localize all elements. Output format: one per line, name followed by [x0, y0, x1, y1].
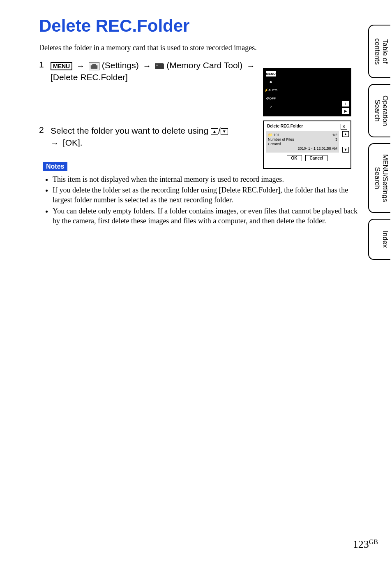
page-number: 123GB [353, 538, 378, 551]
cancel-button: Cancel [305, 155, 328, 161]
arrow-right-icon: → [76, 60, 85, 72]
step-1-text: MENU → (Settings) → (Memory Card Tool) →… [51, 60, 261, 83]
step-2-text: Select the folder you want to delete usi… [51, 125, 261, 148]
tab-table-of-contents[interactable]: Table of contents [368, 25, 390, 78]
svg-rect-0 [91, 65, 98, 68]
arrow-right-icon: → [51, 138, 59, 149]
side-tabs: Table of contents Operation Search MENU/… [368, 25, 390, 260]
mode-icon: i [342, 101, 349, 107]
created-value: 2010- 1 - 1 12:01:58 AM [297, 146, 337, 151]
flash-icon: ⚡AUTO [265, 87, 276, 93]
tab-index[interactable]: Index [368, 219, 390, 260]
memory-card-label: (Memory Card Tool) [166, 60, 242, 70]
step-1-number: 1 [39, 60, 46, 70]
down-arrow-icon: ▼ [342, 147, 349, 153]
toolbox-icon [89, 62, 99, 70]
notes-label: Notes [43, 162, 67, 171]
close-icon: ✕ [341, 124, 347, 130]
svg-rect-1 [92, 64, 96, 66]
camera-menu-screen: MENU ☻ ⚡AUTO ⏱OFF ? i ▶ [263, 68, 351, 116]
notes-list: This item is not displayed when the inte… [53, 174, 366, 226]
page-title: Delete REC.Folder [39, 16, 366, 35]
note-item: You can delete only empty folders. If a … [53, 206, 357, 226]
step-2: 2 Select the folder you want to delete u… [39, 125, 261, 148]
created-label: Created [268, 142, 281, 146]
memory-card-icon [155, 63, 164, 69]
timer-icon: ⏱OFF [265, 95, 276, 102]
step-2-post: [OK]. [63, 138, 83, 147]
delete-folder-screen: Delete REC.Folder ✕ 📁 1011/2 Number of F… [263, 120, 351, 169]
tab-menu-settings-search[interactable]: MENU/Settings Search [368, 143, 390, 213]
folder-number: 101 [274, 133, 280, 137]
ok-button: OK [287, 155, 302, 161]
step-1-trail: [Delete REC.Folder] [51, 72, 128, 82]
up-arrow-icon: ▲ [342, 131, 349, 137]
arrow-right-icon: → [143, 60, 151, 72]
tab-operation-search[interactable]: Operation Search [368, 84, 390, 137]
menu-badge-icon: MENU [51, 62, 72, 70]
files-label: Number of Files [268, 137, 294, 141]
help-icon: ? [265, 103, 276, 110]
settings-label: (Settings) [102, 60, 139, 70]
note-item: This item is not displayed when the inte… [53, 174, 357, 184]
screenshots-group: MENU ☻ ⚡AUTO ⏱OFF ? i ▶ Delete REC.Folde… [263, 68, 351, 169]
menu-icon: MENU [265, 70, 276, 77]
note-item: If you delete the folder set as the reco… [53, 185, 357, 205]
intro-text: Deletes the folder in a memory card that… [39, 44, 366, 52]
up-key-icon: ▲ [211, 128, 218, 135]
screen-title: Delete REC.Folder [267, 124, 303, 130]
playback-icon: ▶ [342, 108, 349, 114]
step-2-pre: Select the folder you want to delete usi… [51, 126, 208, 135]
smile-icon: ☻ [265, 79, 276, 85]
page-indicator: 1/2 [332, 133, 337, 137]
down-key-icon: ▼ [221, 128, 228, 135]
step-1: 1 MENU → (Settings) → (Memory Card Tool)… [39, 60, 261, 83]
step-2-number: 2 [39, 125, 46, 135]
files-value: 3 [335, 137, 337, 141]
arrow-right-icon: → [247, 60, 255, 72]
